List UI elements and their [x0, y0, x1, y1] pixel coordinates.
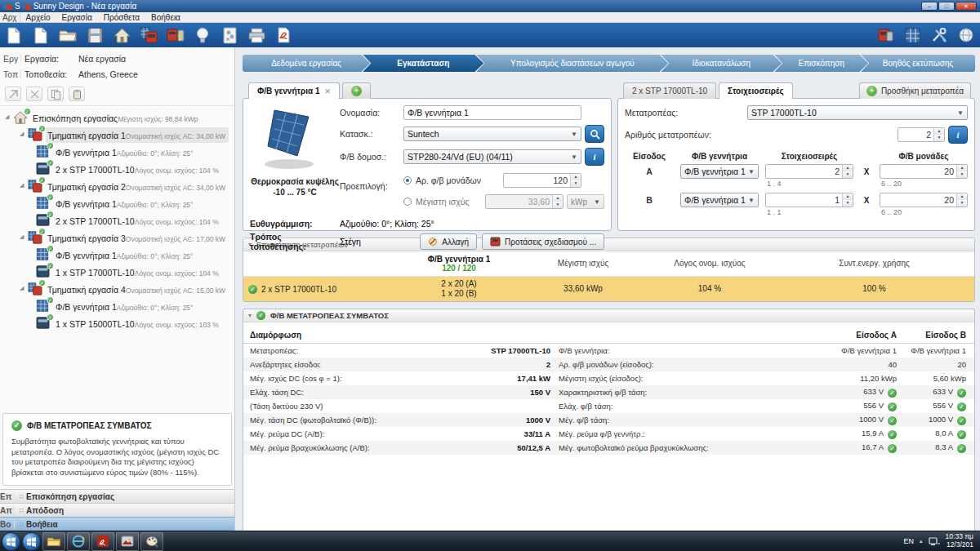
module-info-button[interactable]: i — [585, 148, 604, 166]
inverter-power-icon[interactable] — [167, 26, 185, 44]
overview-row[interactable]: ✓ 2 x STP 17000TL-10 2 x 20 (A)1 x 20 (B… — [243, 277, 974, 301]
start-button[interactable] — [22, 532, 41, 551]
stepper-down-icon[interactable]: ▼ — [957, 171, 967, 178]
close-button[interactable]: ✕ — [956, 2, 977, 11]
tree-item-inverter[interactable]: ✓ 2 x STP 17000TL-10Λόγος ονομ. ισχύος: … — [0, 161, 234, 178]
tree-item-generator[interactable]: ✓ Φ/Β γεννήτρια 1Αζιμούθιο: 0°; Κλίση: 2… — [0, 298, 234, 315]
tab-pv-generator-1[interactable]: Φ/Β γεννήτρια 1 ✕ — [248, 82, 340, 99]
paste-icon[interactable] — [69, 87, 85, 101]
accordion-project-overview[interactable]: Επ ∷ Επισκόπηση εργασίας — [0, 489, 234, 503]
step-cable-sizing[interactable]: Υπολογισμός διαστάσεων αγωγού — [476, 55, 668, 72]
minimize-button[interactable]: – — [921, 2, 938, 11]
tree-item-subproject-1[interactable]: ◢ ✓ Τμηματική εργασία 1Ονομαστική ισχύς … — [0, 127, 234, 144]
stepper-up-icon[interactable]: ▲ — [957, 165, 967, 171]
step-print-assistant[interactable]: Βοηθός εκτύπωσης — [861, 55, 975, 72]
inverter-count-stepper[interactable]: 2 ▲▼ — [898, 127, 945, 142]
generator-name-input[interactable] — [403, 105, 581, 120]
save-icon[interactable] — [86, 26, 104, 44]
accordion-yield[interactable]: Απ ∷ Απόδοση — [0, 503, 234, 517]
menu-help[interactable]: Βοήθεια — [145, 13, 186, 22]
home-icon[interactable] — [113, 26, 131, 44]
project-settings-icon[interactable] — [220, 26, 238, 44]
inverter-info-button[interactable]: i — [948, 126, 968, 144]
tray-expand-icon[interactable]: ▴ — [920, 538, 923, 544]
network-tray-icon[interactable] — [929, 537, 940, 546]
stepper-up-icon[interactable]: ▲ — [843, 165, 853, 171]
open-project-icon[interactable] — [59, 26, 77, 44]
manufacturer-select[interactable]: Suntech ▼ — [403, 127, 581, 141]
menu-extras[interactable]: Πρόσθετα — [98, 13, 145, 22]
module-count-stepper[interactable]: 120 ▲▼ — [503, 173, 581, 188]
tree-expander-icon[interactable]: ◢ — [20, 233, 28, 240]
tree-item-generator[interactable]: ✓ Φ/Β γεννήτρια 1Αζιμούθιο: 0°; Κλίση: 2… — [0, 144, 234, 161]
new-project-icon[interactable] — [5, 26, 23, 44]
internet-explorer-taskbar-icon[interactable] — [67, 532, 90, 551]
inverter-select[interactable]: STP 17000TL-10 ▼ — [747, 105, 968, 120]
image-viewer-taskbar-icon[interactable] — [116, 532, 139, 551]
pv-module-library-icon[interactable] — [903, 26, 921, 44]
print-icon[interactable] — [247, 26, 265, 44]
stepper-up-icon[interactable]: ▲ — [571, 174, 581, 180]
accordion-help[interactable]: Βο ∷ Βοήθεια — [0, 517, 234, 531]
clock[interactable]: 10:33 πμ 12/3/201 — [946, 533, 973, 549]
inverter-library-icon[interactable] — [876, 26, 894, 44]
step-installation[interactable]: Εγκατάσταση — [363, 55, 483, 72]
tree-item-inverter[interactable]: ✓ 2 x STP 17000TL-10Λόγος ονομ. ισχύος: … — [0, 212, 234, 229]
tools-icon[interactable] — [930, 26, 948, 44]
tree-item-generator[interactable]: ✓ Φ/Β γεννήτρια 1Αζιμούθιο: 0°; Κλίση: 2… — [0, 247, 234, 264]
input-a-generator-select[interactable]: Φ/Β γεννήτρια 1 ▼ — [680, 164, 759, 179]
language-indicator[interactable]: EN — [904, 537, 915, 545]
stepper-down-icon[interactable]: ▼ — [571, 180, 581, 187]
tab-inverter-device[interactable]: 2 x STP 17000TL-10 — [623, 82, 716, 99]
explorer-taskbar-icon[interactable] — [42, 532, 65, 551]
tree-expander-icon[interactable]: ◢ — [20, 182, 28, 189]
step-project-data[interactable]: Δεδομένα εργασίας — [243, 55, 370, 72]
adobe-reader-taskbar-icon[interactable] — [91, 532, 114, 551]
maximize-button[interactable]: □ — [938, 2, 955, 11]
tree-expander-icon[interactable]: ◢ — [20, 131, 28, 137]
tree-expander-icon[interactable]: ◢ — [20, 285, 28, 291]
radio-module-count[interactable] — [403, 176, 412, 184]
collapse-icon[interactable]: ▾ — [248, 312, 252, 319]
tree-item-subproject-2[interactable]: ◢ ✓ Τμηματική εργασία 2Ονομαστική ισχύς … — [0, 178, 234, 195]
stepper-down-icon[interactable]: ▼ — [934, 135, 944, 141]
tip-lightbulb-icon[interactable] — [194, 26, 212, 44]
tree-item-subproject-4[interactable]: ◢ ✓ Τμηματική εργασία 4Ονομαστική ισχύς … — [0, 281, 234, 298]
tree-item-inverter[interactable]: ✓ 1 x STP 17000TL-10Λόγος ονομ. ισχύος: … — [0, 264, 234, 281]
new-document-icon[interactable] — [32, 26, 50, 44]
add-subproject-icon[interactable] — [5, 87, 21, 101]
input-a-modules-stepper[interactable]: 20 ▲▼ — [880, 164, 968, 179]
step-overview[interactable]: Επισκόπηση — [774, 55, 868, 72]
copy-icon[interactable] — [47, 87, 64, 101]
tree-item-subproject-3[interactable]: ◢ ✓ Τμηματική εργασία 3Ονομαστική ισχύς … — [0, 229, 234, 247]
pv-inverter-icon[interactable] — [140, 26, 158, 44]
stepper-up-icon[interactable]: ▲ — [957, 193, 967, 200]
stepper-down-icon[interactable]: ▼ — [843, 200, 853, 207]
close-tab-icon[interactable]: ✕ — [324, 87, 331, 96]
menu-file[interactable]: Αρχείο — [20, 13, 56, 22]
add-inverter-button[interactable]: + Προσθήκη μετατροπέα — [859, 82, 971, 99]
menu-project[interactable]: Εργασία — [56, 13, 97, 22]
stepper-down-icon[interactable]: ▼ — [957, 200, 967, 207]
stepper-up-icon[interactable]: ▲ — [843, 193, 853, 200]
input-b-strings-stepper[interactable]: 1 ▲▼ — [765, 193, 853, 207]
module-select[interactable]: STP280-24/Vd (EU) (04/11) ▼ — [403, 149, 581, 164]
tree-item-inverter[interactable]: ✓ 1 x STP 15000TL-10Λόγος ονομ. ισχύος: … — [0, 315, 234, 332]
tree-item-generator[interactable]: ✓ Φ/Β γεννήτρια 1Αζιμούθιο: 0°; Κλίση: 2… — [0, 195, 234, 212]
input-b-modules-stepper[interactable]: 20 ▲▼ — [880, 193, 968, 207]
change-button[interactable]: Αλλαγή — [420, 233, 477, 250]
search-module-button[interactable] — [585, 125, 604, 143]
tree-item-project-overview[interactable]: ◢ ✓ Επισκόπηση εργασίαςΜέγιστη ισχύς: 98… — [0, 109, 234, 127]
remove-subproject-icon[interactable] — [26, 87, 42, 101]
globe-icon[interactable] — [957, 26, 975, 44]
paint-taskbar-icon[interactable] — [140, 532, 163, 551]
pdf-export-icon[interactable] — [274, 26, 292, 44]
input-a-strings-stepper[interactable]: 2 ▲▼ — [765, 164, 853, 179]
radio-max-power[interactable] — [403, 198, 412, 206]
design-suggestions-button[interactable]: Προτάσεις σχεδιασμού ... — [482, 233, 604, 250]
tab-add-generator[interactable]: + — [342, 82, 371, 99]
stepper-down-icon[interactable]: ▼ — [843, 171, 853, 178]
tree-expander-icon[interactable]: ◢ — [5, 113, 13, 120]
start-button[interactable] — [2, 532, 20, 551]
input-b-generator-select[interactable]: Φ/Β γεννήτρια 1 ▼ — [680, 193, 759, 207]
